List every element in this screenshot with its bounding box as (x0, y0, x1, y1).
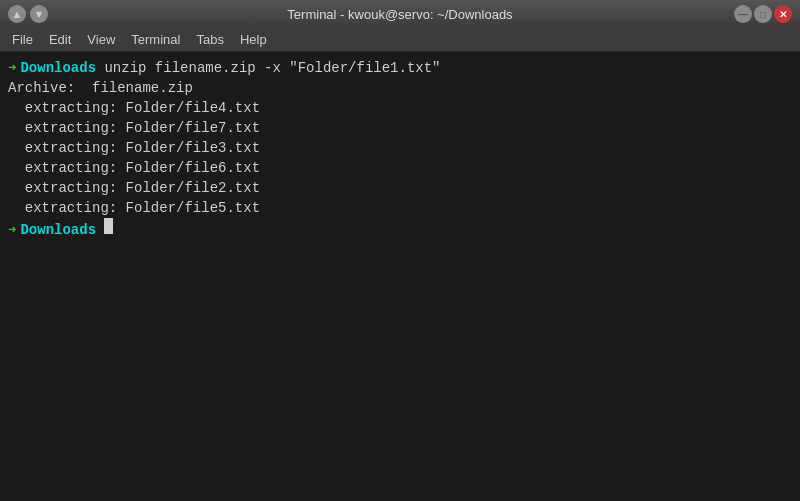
extract-text-2: extracting: Folder/file7.txt (8, 118, 260, 138)
extract-text-4: extracting: Folder/file6.txt (8, 158, 260, 178)
extract-text-6: extracting: Folder/file5.txt (8, 198, 260, 218)
extract-line-6: extracting: Folder/file5.txt (8, 198, 792, 218)
extract-text-1: extracting: Folder/file4.txt (8, 98, 260, 118)
maximize-button[interactable]: □ (754, 5, 772, 23)
menu-tabs[interactable]: Tabs (188, 30, 231, 49)
extract-line-3: extracting: Folder/file3.txt (8, 138, 792, 158)
archive-text: Archive: filename.zip (8, 78, 193, 98)
archive-line: Archive: filename.zip (8, 78, 792, 98)
menu-terminal[interactable]: Terminal (123, 30, 188, 49)
arrow-down-button[interactable]: ▼ (30, 5, 48, 23)
prompt-dir-2: Downloads (20, 220, 96, 240)
window-title: Terminal - kwouk@servo: ~/Downloads (287, 7, 512, 22)
terminal-cursor (104, 218, 113, 234)
terminal-content[interactable]: ➜ Downloads unzip filename.zip -x "Folde… (0, 52, 800, 501)
arrow-up-button[interactable]: ▲ (8, 5, 26, 23)
prompt-space (96, 220, 104, 240)
close-button[interactable]: ✕ (774, 5, 792, 23)
extract-line-4: extracting: Folder/file6.txt (8, 158, 792, 178)
menu-bar: File Edit View Terminal Tabs Help (0, 28, 800, 52)
prompt-dir-1: Downloads (20, 58, 96, 78)
title-bar-left: ▲ ▼ (8, 5, 48, 23)
menu-view[interactable]: View (79, 30, 123, 49)
command-line: ➜ Downloads unzip filename.zip -x "Folde… (8, 58, 792, 78)
extract-line-2: extracting: Folder/file7.txt (8, 118, 792, 138)
command-text: unzip filename.zip -x "Folder/file1.txt" (96, 58, 440, 78)
extract-line-5: extracting: Folder/file2.txt (8, 178, 792, 198)
minimize-button[interactable]: — (734, 5, 752, 23)
title-bar: ▲ ▼ Terminal - kwouk@servo: ~/Downloads … (0, 0, 800, 28)
extract-text-5: extracting: Folder/file2.txt (8, 178, 260, 198)
title-bar-right: — □ ✕ (734, 5, 792, 23)
prompt-line: ➜ Downloads (8, 218, 792, 240)
prompt-arrow-2: ➜ (8, 220, 16, 240)
extract-line-1: extracting: Folder/file4.txt (8, 98, 792, 118)
menu-edit[interactable]: Edit (41, 30, 79, 49)
extract-text-3: extracting: Folder/file3.txt (8, 138, 260, 158)
menu-help[interactable]: Help (232, 30, 275, 49)
menu-file[interactable]: File (4, 30, 41, 49)
prompt-arrow-1: ➜ (8, 58, 16, 78)
